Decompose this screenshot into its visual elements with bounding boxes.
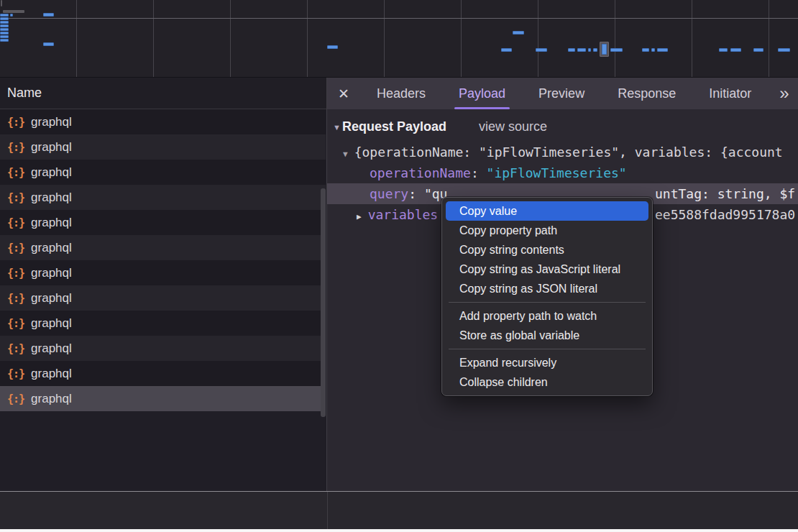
request-row[interactable]: {:}graphql [0, 361, 326, 386]
timeline-request-bar [0, 39, 9, 42]
timeline-request-bar [3, 10, 24, 13]
panel-divider[interactable] [327, 492, 328, 529]
collapse-triangle-icon[interactable]: ▶ [357, 212, 362, 221]
more-tabs-icon[interactable]: » [779, 78, 789, 109]
timeline-request-bar [0, 35, 9, 38]
json-request-icon: {:} [7, 292, 24, 305]
request-list-panel: Name {:}graphql{:}graphql{:}graphql{:}gr… [0, 78, 327, 491]
json-key: query [370, 186, 408, 201]
column-header-label: Name [7, 86, 42, 100]
timeline-request-bar [568, 48, 575, 52]
column-header-name[interactable]: Name [0, 78, 326, 109]
expand-triangle-icon[interactable]: ▼ [343, 150, 348, 159]
timeline-request-bar [0, 14, 9, 17]
tab-response[interactable]: Response [610, 78, 683, 109]
window-bottom-edge [0, 529, 798, 532]
menu-item-collapse-children[interactable]: Collapse children [446, 372, 648, 392]
json-request-icon: {:} [7, 216, 24, 229]
json-operationname-row[interactable]: operationName: "ipFlowTimeseries" [327, 162, 798, 183]
json-request-icon: {:} [7, 367, 24, 380]
request-row[interactable]: {:}graphql [0, 185, 326, 210]
json-string-value: "ipFlowTimeseries" [487, 165, 627, 180]
menu-item-expand-recursively[interactable]: Expand recursively [446, 353, 648, 372]
json-colon: : [471, 165, 487, 180]
menu-item-copy-string-as-javascript-literal[interactable]: Copy string as JavaScript literal [446, 260, 648, 279]
request-row[interactable]: {:}graphql [0, 285, 326, 311]
timeline-request-bar [577, 48, 586, 52]
timeline-request-bar [0, 21, 9, 24]
request-row[interactable]: {:}graphql [0, 235, 326, 260]
menu-item-copy-value[interactable]: Copy value [446, 201, 648, 221]
json-query-right-fragment: untTag: string, $f [655, 183, 795, 204]
devtools-network-panel: Name {:}graphql{:}graphql{:}graphql{:}gr… [0, 0, 798, 532]
timeline-request-bar [327, 45, 338, 49]
timeline-request-bar [588, 48, 591, 52]
json-request-icon: {:} [7, 342, 24, 355]
request-row[interactable]: {:}graphql [0, 210, 326, 235]
request-name: graphql [31, 291, 72, 306]
request-row[interactable]: {:}graphql [0, 311, 326, 336]
timeline-request-bar [501, 48, 512, 52]
menu-item-copy-string-contents[interactable]: Copy string contents [446, 240, 648, 260]
tab-initiator[interactable]: Initiator [702, 78, 758, 109]
timeline-request-bar [43, 13, 54, 17]
request-name: graphql [31, 115, 72, 129]
menu-item-copy-property-path[interactable]: Copy property path [446, 221, 648, 240]
json-request-icon: {:} [7, 141, 24, 154]
request-row[interactable]: {:}graphql [0, 386, 326, 411]
request-name: graphql [31, 216, 72, 230]
menu-item-copy-string-as-json-literal[interactable]: Copy string as JSON literal [446, 279, 648, 298]
request-row[interactable]: {:}graphql [0, 160, 326, 185]
timeline-request-bar [602, 44, 607, 55]
request-name: graphql [31, 241, 72, 255]
json-key: operationName [370, 165, 471, 180]
timeline-request-bar [0, 17, 9, 20]
request-row[interactable]: {:}graphql [0, 109, 326, 134]
timeline-request-bar [593, 48, 597, 52]
timeline-request-bar [730, 48, 741, 52]
timeline-request-bar [0, 32, 9, 35]
timeline-request-bar [657, 48, 668, 52]
timeline-request-bar [1, 0, 2, 6]
tab-payload[interactable]: Payload [451, 78, 513, 109]
json-request-icon: {:} [7, 393, 24, 405]
json-request-icon: {:} [7, 166, 24, 179]
menu-separator [449, 349, 646, 349]
request-name: graphql [31, 165, 72, 180]
json-root-row[interactable]: ▼{operationName: "ipFlowTimeseries", var… [327, 142, 798, 162]
json-request-icon: {:} [7, 116, 24, 129]
timeline-request-bar [642, 48, 649, 52]
request-row[interactable]: {:}graphql [0, 134, 326, 160]
timeline-request-bar [10, 14, 13, 17]
json-variables-right-fragment: ee5588fdad995178a0 [655, 204, 795, 225]
timeline-request-bar [651, 48, 655, 52]
timeline-request-bar [536, 48, 547, 52]
request-name: graphql [31, 316, 72, 331]
json-request-icon: {:} [7, 317, 24, 330]
timeline-request-bar [0, 28, 9, 31]
json-request-icon: {:} [7, 191, 24, 204]
json-key: variables [368, 207, 439, 222]
request-row[interactable]: {:}graphql [0, 260, 326, 285]
tab-headers[interactable]: Headers [370, 78, 433, 109]
section-title: Request Payload [342, 119, 446, 134]
timeline-request-bar [753, 48, 763, 52]
timeline-request-bar [43, 42, 54, 46]
menu-item-add-property-path-to-watch[interactable]: Add property path to watch [446, 306, 648, 326]
request-name: graphql [31, 140, 72, 155]
view-source-link[interactable]: view source [479, 119, 547, 134]
request-payload-section-header[interactable]: ▼ Request Payload view source [327, 109, 798, 136]
menu-item-store-as-global-variable[interactable]: Store as global variable [446, 326, 648, 345]
close-icon[interactable]: ✕ [327, 86, 360, 102]
section-collapse-icon[interactable]: ▼ [333, 123, 341, 132]
scrollbar-thumb[interactable] [321, 188, 326, 417]
timeline-request-bar [610, 48, 623, 52]
timeline-request-bar [0, 24, 9, 27]
json-root-preview: {operationName: "ipFlowTimeseries", vari… [354, 145, 783, 160]
tab-preview[interactable]: Preview [531, 78, 592, 109]
json-request-icon: {:} [7, 267, 24, 280]
network-main-area: Name {:}graphql{:}graphql{:}graphql{:}gr… [0, 78, 798, 491]
network-overview-timeline[interactable] [0, 0, 798, 78]
request-name: graphql [31, 341, 72, 356]
request-row[interactable]: {:}graphql [0, 336, 326, 361]
